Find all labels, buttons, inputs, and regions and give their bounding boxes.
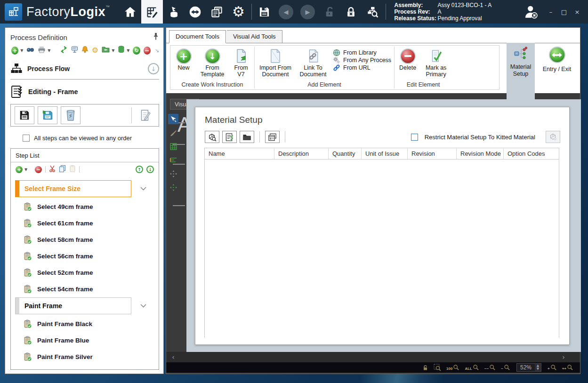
from-library-button[interactable]: From Library: [333, 49, 391, 56]
maximize-button[interactable]: □: [559, 8, 569, 16]
add-from-bom-button[interactable]: [222, 131, 237, 143]
material-setup-button[interactable]: Material Setup: [507, 43, 535, 93]
column-header[interactable]: Name: [205, 148, 274, 159]
reports-icon[interactable]: [206, 0, 228, 24]
zoom-selection-icon[interactable]: [434, 364, 441, 371]
zoom-100-icon[interactable]: 100: [446, 364, 459, 371]
order-checkbox[interactable]: [23, 135, 30, 142]
add-step-icon[interactable]: +: [16, 166, 23, 173]
zoom-level-control[interactable]: 52% ▲▼: [516, 363, 541, 372]
scroll-right-icon[interactable]: ›: [557, 351, 570, 363]
delete-element-button[interactable]: Delete: [397, 48, 418, 71]
column-header[interactable]: Unit of Issue: [362, 148, 408, 159]
settings-gear-icon[interactable]: ⚙: [228, 0, 250, 24]
add-step-dropdown-icon[interactable]: ▼: [24, 168, 27, 172]
import-v7-data-icon[interactable]: [163, 0, 185, 24]
move-step-up-icon[interactable]: ↑: [136, 166, 143, 173]
step-list-item[interactable]: Select 56cm frame: [15, 248, 155, 264]
open-folder-button[interactable]: [240, 131, 254, 143]
close-button[interactable]: ×: [572, 8, 582, 16]
sign-board-icon[interactable]: [71, 46, 78, 55]
step-list-item[interactable]: Select 52cm frame: [15, 264, 155, 281]
move-green-tool-icon[interactable]: [168, 182, 178, 192]
horizontal-scrollbar[interactable]: ‹ ›: [166, 351, 580, 362]
print-icon[interactable]: [38, 46, 46, 55]
link-to-document-button[interactable]: Link To Document: [298, 48, 328, 78]
step-list-item[interactable]: Select 49cm frame: [15, 199, 155, 215]
add-material-button[interactable]: [205, 131, 219, 143]
process-flow-row[interactable]: Process Flow ↓: [10, 60, 159, 77]
step-group-header[interactable]: Select Frame Size: [15, 180, 155, 197]
step-list-item[interactable]: Select 54cm frame: [15, 281, 155, 297]
notification-bell-icon[interactable]: [81, 46, 89, 55]
entry-exit-button[interactable]: Entry / Exit: [539, 43, 575, 73]
step-list-item[interactable]: Paint Frame Black: [15, 316, 155, 332]
sync-steps-icon[interactable]: [60, 46, 68, 55]
home-icon[interactable]: [120, 0, 141, 24]
step-list-item[interactable]: Paint Frame Blue: [15, 332, 155, 349]
refresh-icon[interactable]: ↻: [133, 47, 140, 55]
export-folder-icon[interactable]: [102, 46, 110, 55]
zoom-out-icon[interactable]: −: [501, 364, 510, 371]
material-table-body[interactable]: [205, 160, 559, 338]
material-report-button[interactable]: [265, 131, 280, 143]
remove-process-icon[interactable]: −: [144, 47, 151, 55]
column-header[interactable]: Description: [274, 148, 329, 159]
column-header[interactable]: Revision Mode: [457, 148, 504, 159]
brush-tool-icon[interactable]: [168, 128, 178, 138]
folder-dropdown-icon[interactable]: ▼: [112, 48, 114, 53]
edit-notes-button[interactable]: [135, 106, 155, 124]
chevron-down-icon[interactable]: [140, 304, 146, 308]
process-search-icon[interactable]: [362, 0, 384, 24]
column-header[interactable]: Quantity: [329, 148, 362, 159]
scroll-left-icon[interactable]: ‹: [167, 351, 179, 363]
lock-release-icon[interactable]: [340, 0, 362, 24]
copy-icon[interactable]: [59, 165, 66, 174]
paste-icon[interactable]: [69, 165, 76, 174]
align-tool-icon[interactable]: [168, 155, 178, 165]
add-process-icon[interactable]: +: [11, 47, 18, 55]
minimize-button[interactable]: –: [546, 8, 556, 16]
step-group-header[interactable]: Paint Frame: [15, 297, 155, 314]
logout-user-icon[interactable]: [520, 0, 542, 24]
forward-icon[interactable]: ▶: [297, 0, 319, 24]
from-any-process-button[interactable]: From Any Process: [333, 56, 391, 64]
add-dropdown-icon[interactable]: ▼: [20, 48, 23, 53]
database-dropdown-icon[interactable]: ▼: [127, 48, 129, 53]
mark-as-primary-button[interactable]: Mark as Primary: [423, 48, 449, 78]
select-tool-icon[interactable]: [168, 114, 178, 124]
zoom-in-fast-icon[interactable]: ++: [562, 364, 573, 371]
sync-icon[interactable]: [185, 0, 206, 24]
step-list-item[interactable]: Paint Frame Silver: [15, 349, 155, 365]
zoom-in-icon[interactable]: +: [548, 364, 557, 371]
from-url-button[interactable]: From URL: [333, 64, 391, 72]
zoom-out-fast-icon[interactable]: −−: [484, 364, 496, 371]
unlock-icon[interactable]: [319, 0, 340, 24]
pin-icon[interactable]: [153, 32, 159, 42]
zoom-all-icon[interactable]: ALL: [465, 364, 479, 371]
column-header[interactable]: Option Codes: [504, 148, 559, 159]
step-list-item[interactable]: Select 58cm frame: [15, 231, 155, 248]
delete-step-button[interactable]: [61, 106, 81, 124]
from-v7-button[interactable]: From V7: [231, 48, 251, 78]
new-button[interactable]: + New: [173, 48, 194, 71]
cut-icon[interactable]: [49, 165, 56, 174]
process-editor-icon[interactable]: [141, 0, 163, 24]
remove-step-icon[interactable]: −: [35, 166, 42, 173]
restrict-kitted-checkbox[interactable]: [411, 134, 418, 141]
collapse-panel-icon[interactable]: ↘: [155, 48, 159, 54]
move-tool-icon[interactable]: [168, 168, 178, 179]
zoom-spinner-icon[interactable]: ▲▼: [535, 364, 541, 371]
step-list-item[interactable]: Select 61cm frame: [15, 215, 155, 231]
from-template-button[interactable]: ↓ From Template: [199, 48, 226, 78]
save-as-template-button[interactable]: [38, 106, 57, 124]
import-from-document-button[interactable]: Import From Document: [258, 48, 293, 78]
back-icon[interactable]: ◀: [275, 0, 297, 24]
expand-down-icon[interactable]: ↓: [148, 63, 159, 74]
tab-visual-aid-tools[interactable]: Visual Aid Tools: [227, 30, 282, 43]
column-header[interactable]: Revision: [408, 148, 457, 159]
grid-tool-icon[interactable]: [168, 141, 178, 152]
save-icon[interactable]: [254, 0, 275, 24]
find-icon[interactable]: [26, 46, 34, 55]
move-step-down-icon[interactable]: ↓: [146, 166, 154, 173]
